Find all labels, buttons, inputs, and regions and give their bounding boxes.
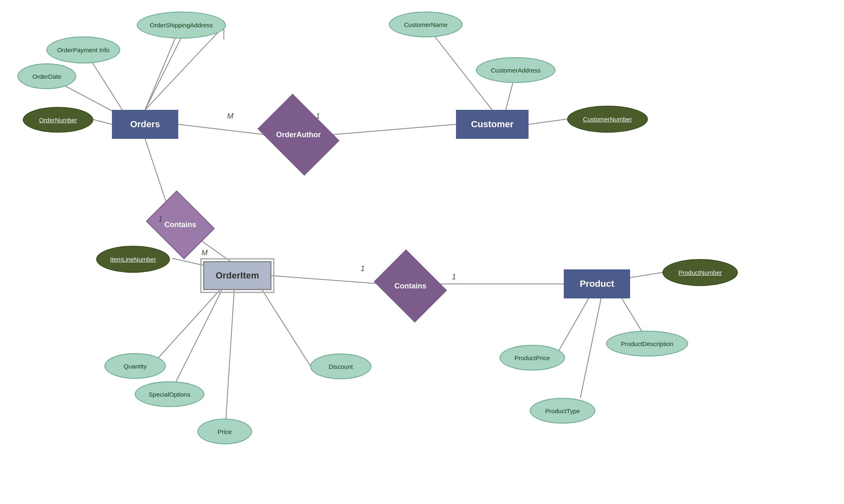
attribute-ordernumber: OrderNumber bbox=[23, 107, 93, 133]
attribute-quantity: Quantity bbox=[104, 353, 166, 379]
svg-line-4 bbox=[145, 26, 224, 110]
attribute-orderpaymentinfo: OrderPayment Info bbox=[46, 36, 120, 63]
svg-line-19 bbox=[257, 282, 311, 367]
svg-line-1 bbox=[332, 124, 456, 135]
mult-mc: M bbox=[201, 249, 208, 257]
attribute-specialoptions: SpecialOptions bbox=[135, 381, 204, 407]
entity-customer: Customer bbox=[456, 110, 529, 139]
attribute-orderdate: OrderDate bbox=[17, 63, 76, 89]
entity-orderitem: OrderItem bbox=[203, 261, 272, 290]
svg-line-2 bbox=[145, 39, 180, 110]
svg-line-10 bbox=[529, 119, 568, 124]
mult-1c: 1 bbox=[361, 264, 365, 273]
attribute-customeraddress: CustomerAddress bbox=[476, 57, 555, 83]
svg-line-7 bbox=[91, 119, 112, 124]
svg-line-16 bbox=[151, 290, 220, 366]
mult-1b: 1 bbox=[158, 215, 162, 223]
attribute-price: Price bbox=[197, 419, 252, 444]
mult-m1: M bbox=[227, 112, 233, 121]
svg-line-13 bbox=[272, 276, 381, 284]
attribute-customernumber: CustomerNumber bbox=[567, 106, 648, 133]
relationship-contains-2: Contains bbox=[381, 263, 439, 309]
svg-line-23 bbox=[580, 298, 601, 398]
attribute-ordershippingaddress: OrderShippingAddress bbox=[137, 12, 226, 39]
svg-line-21 bbox=[555, 298, 589, 356]
svg-line-18 bbox=[226, 290, 234, 419]
relationship-orderauthor: OrderAuthor bbox=[265, 110, 332, 160]
attribute-discount: Discount bbox=[310, 354, 371, 379]
relationship-contains-1: Contains bbox=[153, 203, 207, 247]
attribute-customername: CustomerName bbox=[389, 12, 463, 37]
attribute-producttype: ProductType bbox=[530, 398, 595, 424]
svg-line-17 bbox=[170, 290, 222, 394]
svg-line-3 bbox=[145, 26, 180, 110]
entity-product: Product bbox=[564, 269, 630, 298]
svg-line-0 bbox=[178, 124, 265, 135]
mult-1a: 1 bbox=[316, 112, 320, 121]
svg-line-20 bbox=[630, 272, 663, 278]
attribute-productdescription: ProductDescription bbox=[606, 331, 688, 356]
er-diagram: Orders Customer Product OrderItem OrderA… bbox=[0, 0, 844, 504]
attribute-productprice: ProductPrice bbox=[500, 345, 565, 371]
attribute-itemlinenumber: ItemLineNumber bbox=[96, 246, 170, 273]
mult-1d: 1 bbox=[452, 273, 456, 281]
entity-orders: Orders bbox=[112, 110, 178, 139]
svg-line-15 bbox=[172, 258, 203, 265]
attribute-productnumber: ProductNumber bbox=[662, 259, 738, 286]
